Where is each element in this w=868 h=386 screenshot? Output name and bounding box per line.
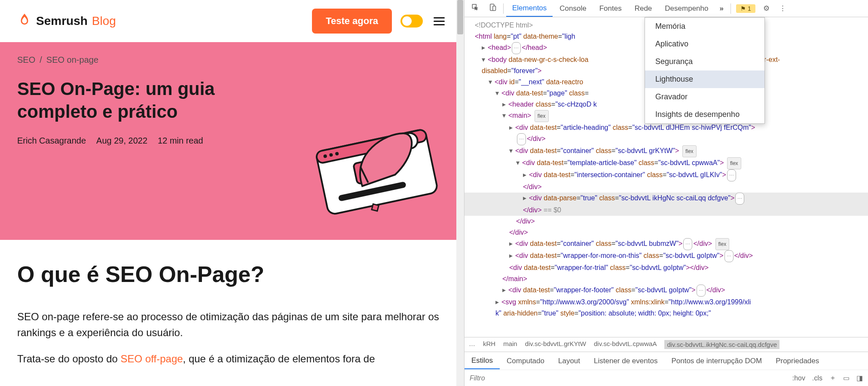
menu-application[interactable]: Aplicativo <box>645 35 764 53</box>
tab-listeners[interactable]: Listener de eventos <box>587 353 664 369</box>
gear-icon[interactable]: ⚙ <box>759 1 774 15</box>
hov-toggle[interactable]: :hov <box>792 374 805 382</box>
styles-tabbar: Estilos Computado Layout Listener de eve… <box>465 352 868 370</box>
hamburger-menu[interactable] <box>431 15 447 28</box>
webpage-pane: Semrush Blog Teste agora SEO / SEO on-pa… <box>0 0 464 386</box>
read-time: 12 min read <box>158 136 203 146</box>
menu-lighthouse[interactable]: Lighthouse <box>645 70 764 88</box>
tab-performance[interactable]: Desempenho <box>659 1 714 16</box>
breadcrumb-sep: / <box>40 55 42 65</box>
inspect-icon[interactable] <box>467 1 483 16</box>
tab-layout[interactable]: Layout <box>551 353 587 369</box>
tab-computed[interactable]: Computado <box>500 353 551 369</box>
brand-name: Semrush <box>36 14 88 28</box>
crumb[interactable]: main <box>503 340 517 349</box>
filter-input[interactable] <box>470 374 785 382</box>
tab-properties[interactable]: Propriedades <box>769 353 826 369</box>
selected-node[interactable]: ▸<div data-parse="true" class="sc-bdvvtL… <box>465 193 868 205</box>
menu-insights[interactable]: Insights de desempenho <box>645 106 764 123</box>
crumb-selected[interactable]: div.sc-bdvvtL.ikHgNc.sc-caiLqq.dcfgve <box>664 340 779 349</box>
tab-sources[interactable]: Fontes <box>593 1 628 16</box>
article-content: O que é SEO On-Page? SEO on-page refere-… <box>0 240 464 386</box>
section-heading: O que é SEO On-Page? <box>17 261 447 287</box>
tab-console[interactable]: Console <box>553 1 592 16</box>
theme-toggle[interactable] <box>400 15 423 28</box>
new-rule-icon[interactable]: ＋ <box>829 374 836 383</box>
page-title: SEO On-Page: um guia completo e prático <box>17 78 241 123</box>
warnings-badge[interactable]: ⚑ 1 <box>736 4 755 13</box>
menu-security[interactable]: Segurança <box>645 53 764 70</box>
more-tabs-dropdown: Memória Aplicativo Segurança Lighthouse … <box>645 17 765 124</box>
inline-link[interactable]: SEO off-page <box>121 353 183 365</box>
breadcrumb-current[interactable]: SEO on-page <box>46 55 98 65</box>
author: Erich Casagrande <box>17 136 86 146</box>
logo[interactable]: Semrush Blog <box>17 12 116 30</box>
devtools-pane: Elementos Console Fontes Rede Desempenho… <box>464 0 868 386</box>
kebab-icon[interactable]: ⋮ <box>775 1 791 15</box>
devtools-tabbar: Elementos Console Fontes Rede Desempenho… <box>465 0 868 17</box>
paragraph: Trata-se do oposto do SEO off-page, que … <box>17 351 447 367</box>
crumb[interactable]: div.sc-bdvvtL.cpwwaA <box>594 340 657 349</box>
menu-recorder[interactable]: Gravador <box>645 88 764 106</box>
svg-rect-10 <box>493 6 496 11</box>
cls-toggle[interactable]: .cls <box>812 374 822 382</box>
computed-view-icon[interactable]: ▭ <box>843 374 850 382</box>
site-header: Semrush Blog Teste agora <box>0 0 464 42</box>
styles-filter-row: :hov .cls ＋ ▭ ◨ <box>465 370 868 386</box>
hero-illustration <box>292 98 447 218</box>
publish-date: Aug 29, 2022 <box>96 136 147 146</box>
crumb[interactable]: div.sc-bdvvtL.grKYtW <box>525 340 586 349</box>
fire-icon <box>17 12 32 30</box>
tab-network[interactable]: Rede <box>629 1 658 16</box>
tab-dom-breakpoints[interactable]: Pontos de interrupção DOM <box>664 353 769 369</box>
more-tabs-chevron[interactable]: » <box>715 2 727 15</box>
cta-button[interactable]: Teste agora <box>312 9 392 34</box>
tab-elements[interactable]: Elementos <box>506 0 553 17</box>
blog-label: Blog <box>92 14 116 28</box>
crumb[interactable]: kRH <box>483 340 495 349</box>
scrollbar[interactable] <box>456 0 464 386</box>
breadcrumb-root[interactable]: SEO <box>17 55 35 65</box>
breadcrumb: SEO / SEO on-page <box>17 55 447 65</box>
paragraph: SEO on-page refere-se ao processo de oti… <box>17 309 447 340</box>
menu-memory[interactable]: Memória <box>645 18 764 35</box>
panel-icon[interactable]: ◨ <box>856 374 863 382</box>
dom-breadcrumb: … kRH main div.sc-bdvvtL.grKYtW div.sc-b… <box>465 337 868 352</box>
hero-section: SEO / SEO on-page SEO On-Page: um guia c… <box>0 42 464 240</box>
tab-styles[interactable]: Estilos <box>465 353 500 369</box>
crumb-more[interactable]: … <box>469 340 475 349</box>
device-icon[interactable] <box>484 1 501 16</box>
